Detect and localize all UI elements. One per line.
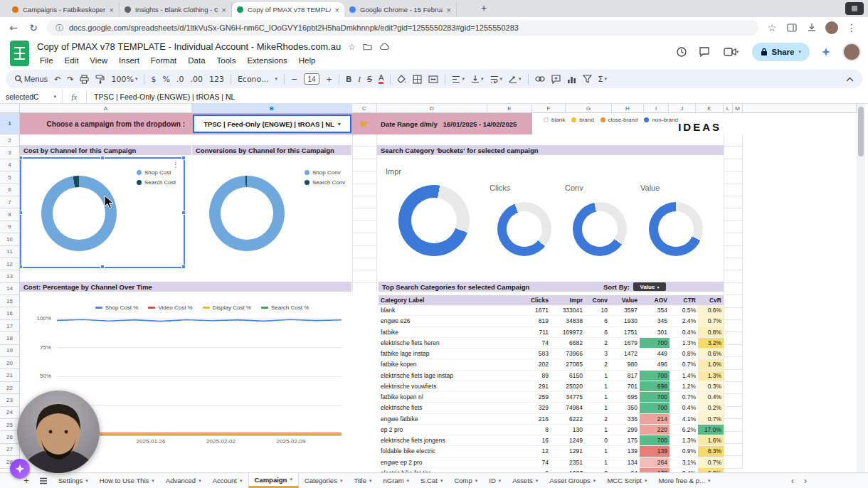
sheet-tab-caret-icon[interactable]: ▾: [85, 478, 88, 484]
decrease-font-icon[interactable]: −: [291, 75, 297, 84]
row-header-2[interactable]: 2: [0, 134, 19, 147]
browser-profile-avatar[interactable]: [825, 21, 838, 34]
name-box[interactable]: selectedC ▾: [0, 90, 63, 103]
zoom-select[interactable]: 100%▾: [111, 75, 137, 84]
meet-camera-icon[interactable]: ▾: [721, 46, 742, 58]
scrollbar-thumb[interactable]: [858, 107, 864, 157]
search-categories-table[interactable]: Category LabelClicksImprConvValueAOVCTRC…: [379, 295, 724, 472]
text-color-icon[interactable]: A: [379, 74, 384, 84]
sheet-tab-mcc-script[interactable]: MCC Script▾: [601, 473, 652, 488]
menu-data[interactable]: Data: [184, 55, 209, 65]
redo-icon[interactable]: ↷: [67, 75, 73, 84]
sheet-tab-caret-icon[interactable]: ▾: [369, 478, 372, 484]
campaign-dropdown-caret-icon[interactable]: ▾: [338, 121, 341, 127]
text-rotate-icon[interactable]: ▾: [509, 75, 522, 83]
undo-icon[interactable]: ↶: [54, 75, 60, 84]
row-header-7[interactable]: 7: [0, 196, 19, 208]
more-formats-icon[interactable]: 123: [209, 75, 224, 84]
sheet-tab-caret-icon[interactable]: ▾: [199, 478, 201, 484]
borders-icon[interactable]: [413, 75, 422, 84]
sheet-tab-caret-icon[interactable]: ▾: [645, 478, 647, 484]
row-header-26[interactable]: 26: [0, 431, 19, 443]
tab-close-icon[interactable]: ×: [447, 6, 451, 14]
grid-corner[interactable]: [0, 104, 20, 113]
text-wrap-icon[interactable]: ▾: [490, 75, 503, 83]
format-currency-icon[interactable]: $: [151, 75, 156, 84]
share-button[interactable]: Share ▾: [752, 43, 810, 61]
sheet-tab-campaign[interactable]: Campaign▾: [248, 473, 299, 488]
column-header-L[interactable]: L: [724, 104, 733, 113]
move-folder-icon[interactable]: [363, 43, 372, 51]
sheet-tab-caret-icon[interactable]: ▾: [593, 478, 596, 484]
row-header-22[interactable]: 22: [0, 382, 19, 394]
menu-file[interactable]: File: [36, 55, 58, 65]
column-header-C[interactable]: C: [352, 104, 377, 113]
row-header-6[interactable]: 6: [0, 184, 19, 196]
version-history-icon[interactable]: [675, 46, 688, 58]
row-header-4[interactable]: 4: [0, 159, 19, 171]
row-header-18[interactable]: 18: [0, 332, 19, 344]
sheet-canvas[interactable]: Choose a campaign from the dropdown : TP…: [20, 113, 857, 472]
row-header-16[interactable]: 16: [0, 307, 19, 319]
sheet-tab-caret-icon[interactable]: ▾: [340, 478, 343, 484]
site-info-icon[interactable]: ⓘ: [55, 23, 63, 33]
menu-format[interactable]: Format: [147, 55, 181, 65]
document-title[interactable]: Copy of PMAX v78 TEMPLATE - Individual A…: [37, 41, 341, 52]
column-header-F[interactable]: F: [532, 104, 566, 113]
column-header-I[interactable]: I: [644, 104, 669, 113]
bold-icon[interactable]: B: [346, 75, 351, 83]
menu-view[interactable]: View: [85, 55, 112, 65]
tab-close-icon[interactable]: ×: [222, 6, 226, 14]
browser-tab[interactable]: Campaigns - Fatbikeskopen...×: [7, 2, 120, 17]
row-header-1[interactable]: 1: [0, 113, 19, 134]
sheet-scroll-right-icon[interactable]: ›: [804, 476, 807, 486]
row-header-11[interactable]: 11: [0, 246, 19, 258]
chart-resize-handle[interactable]: [100, 156, 105, 160]
sheet-tab-more-free-p-[interactable]: More free & p...▾: [652, 473, 716, 488]
account-avatar[interactable]: [842, 43, 861, 61]
sheet-tab-asset-groups[interactable]: Asset Groups▾: [544, 473, 601, 488]
row-header-13[interactable]: 13: [0, 270, 19, 282]
row-header-21[interactable]: 21: [0, 369, 19, 381]
campaign-dropdown[interactable]: TPSC | Feed-Only (ENGWE) | tROAS | NL ▾: [193, 115, 351, 133]
font-select[interactable]: Econo...▾: [238, 75, 277, 84]
sheet-tab-account[interactable]: Account▾: [207, 473, 248, 488]
column-header-E[interactable]: E: [487, 104, 532, 113]
row-header-8[interactable]: 8: [0, 208, 19, 221]
sheet-tab-caret-icon[interactable]: ▾: [708, 478, 711, 484]
vertical-align-icon[interactable]: ▾: [471, 75, 484, 83]
row-header-19[interactable]: 19: [0, 345, 19, 357]
strikethrough-icon[interactable]: S: [367, 75, 372, 84]
bucket-donut-impr[interactable]: [398, 185, 470, 256]
row-header-23[interactable]: 23: [0, 394, 19, 406]
sheet-tab-title[interactable]: Title▾: [348, 473, 377, 488]
chart-resize-handle[interactable]: [100, 265, 105, 269]
row-header-12[interactable]: 12: [0, 258, 19, 270]
column-header-A[interactable]: A: [20, 104, 192, 113]
insert-comment-icon[interactable]: [551, 75, 561, 84]
column-header-K[interactable]: K: [696, 104, 724, 113]
chart-resize-handle[interactable]: [20, 211, 23, 215]
column-header-G[interactable]: G: [566, 104, 612, 113]
bookmark-star-icon[interactable]: ☆: [766, 21, 778, 34]
vertical-scrollbar[interactable]: [857, 104, 865, 472]
row-header-25[interactable]: 25: [0, 419, 19, 431]
menu-help[interactable]: Help: [295, 55, 320, 65]
refresh-icon[interactable]: ↻: [27, 21, 40, 34]
paint-format-icon[interactable]: [95, 75, 105, 84]
sheet-tab-how-to-use-this[interactable]: How to Use This▾: [94, 473, 160, 488]
row-header-10[interactable]: 10: [0, 233, 19, 245]
increase-decimal-icon[interactable]: .00: [190, 75, 203, 84]
sheet-tab-caret-icon[interactable]: ▾: [407, 478, 410, 484]
row-header-24[interactable]: 24: [0, 407, 19, 419]
sheet-tab-caret-icon[interactable]: ▾: [152, 478, 154, 484]
tab-close-icon[interactable]: ×: [110, 6, 114, 14]
format-percent-icon[interactable]: %: [162, 75, 169, 84]
print-icon[interactable]: [80, 75, 89, 84]
sheet-tab-s-cat[interactable]: S.Cat▾: [415, 473, 448, 488]
sheets-logo-icon[interactable]: [10, 41, 29, 66]
functions-icon[interactable]: Σ▾: [598, 75, 607, 84]
italic-icon[interactable]: I: [358, 75, 361, 83]
sheet-tab-assets[interactable]: Assets▾: [507, 473, 544, 488]
menu-tools[interactable]: Tools: [213, 55, 240, 65]
